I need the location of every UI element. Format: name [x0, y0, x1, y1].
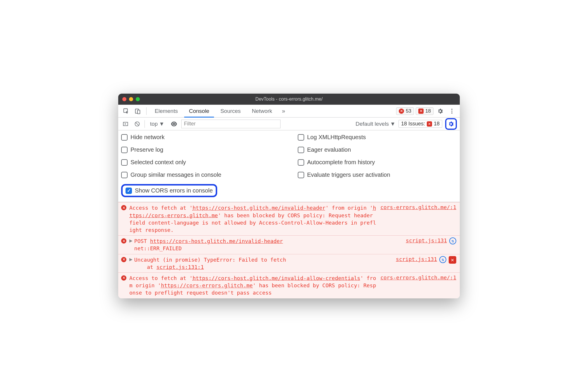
kebab-menu-icon[interactable]: [447, 106, 457, 116]
context-selector[interactable]: top ▼: [148, 120, 167, 128]
refresh-icon[interactable]: ⇅: [449, 237, 456, 244]
message-body: POST https://cors-host.glitch.me/invalid…: [134, 237, 403, 252]
checkbox-autocomplete[interactable]: Autocomplete from history: [298, 159, 457, 166]
levels-label: Default levels: [356, 121, 389, 127]
error-count: 53: [406, 108, 411, 114]
checkbox-selected-context[interactable]: Selected context only: [121, 159, 280, 166]
devtools-window: DevTools - cors-errors.glitch.me/ Elemen…: [118, 94, 460, 298]
issue-icon: ✕: [427, 121, 432, 127]
devtools-tabbar: Elements Console Sources Network » ✕ 53 …: [118, 105, 460, 118]
checkbox-label: Evaluate triggers user activation: [307, 172, 390, 178]
svg-point-5: [451, 113, 452, 114]
divider: [144, 120, 145, 128]
chevron-down-icon: ▼: [390, 121, 396, 127]
expand-arrow-icon[interactable]: ▶: [129, 256, 133, 271]
svg-point-3: [451, 109, 452, 110]
error-icon: ✕: [399, 108, 404, 114]
svg-line-8: [136, 123, 139, 125]
svg-point-9: [173, 123, 175, 125]
checkbox-label: Preserve log: [130, 146, 163, 153]
checkbox-label: Eager evaluation: [307, 146, 351, 153]
inspect-element-icon[interactable]: [121, 106, 131, 116]
toggle-sidebar-icon[interactable]: [121, 120, 130, 128]
log-levels-selector[interactable]: Default levels ▼: [356, 121, 396, 127]
checkbox-show-cors[interactable]: Show CORS errors in console: [126, 187, 213, 194]
checkbox-log-xhr[interactable]: Log XMLHttpRequests: [298, 134, 457, 141]
console-toolbar: top ▼ Filter Default levels ▼ 18 Issues:…: [118, 118, 460, 130]
more-tabs-icon[interactable]: »: [278, 106, 288, 116]
console-settings-gear-button[interactable]: [445, 118, 457, 130]
error-icon: ✕: [121, 238, 126, 244]
tab-network[interactable]: Network: [247, 105, 277, 118]
console-error-message: ✕ ▶ POST https://cors-host.glitch.me/inv…: [118, 235, 460, 254]
source-link[interactable]: script.js:131: [396, 256, 437, 262]
url-link[interactable]: https://cors-host.glitch.me/invalid-allo…: [193, 275, 360, 281]
message-body: Access to fetch at 'https://cors-host.gl…: [129, 204, 377, 234]
titlebar: DevTools - cors-errors.glitch.me/: [118, 94, 460, 105]
checkbox-hide-network[interactable]: Hide network: [121, 134, 280, 141]
svg-point-4: [451, 111, 452, 112]
console-error-message: ✕ Access to fetch at 'https://cors-host.…: [118, 272, 460, 298]
maximize-window-button[interactable]: [136, 97, 140, 101]
issues-label: 18 Issues:: [401, 121, 425, 127]
source-link[interactable]: cors-errors.glitch.me/:1: [380, 204, 456, 234]
console-output: ✕ Access to fetch at 'https://cors-host.…: [118, 202, 460, 298]
checkbox-label: Selected context only: [130, 159, 186, 166]
issue-icon[interactable]: ✕: [449, 256, 456, 264]
checkbox-label: Autocomplete from history: [307, 159, 375, 166]
window-controls: [122, 97, 140, 101]
live-expression-icon[interactable]: [170, 120, 178, 128]
filter-placeholder: Filter: [184, 121, 196, 127]
tab-elements[interactable]: Elements: [150, 105, 182, 118]
console-error-message: ✕ Access to fetch at 'https://cors-host.…: [118, 202, 460, 235]
error-icon: ✕: [121, 275, 126, 281]
toggle-device-icon[interactable]: [133, 106, 143, 116]
message-body: Uncaught (in promise) TypeError: Failed …: [134, 256, 393, 271]
checkbox-eager-eval[interactable]: Eager evaluation: [298, 146, 457, 153]
console-error-message: ✕ ▶ Uncaught (in promise) TypeError: Fai…: [118, 254, 460, 272]
settings-gear-icon[interactable]: [435, 106, 445, 116]
window-title: DevTools - cors-errors.glitch.me/: [118, 97, 460, 102]
source-link[interactable]: script.js:131:1: [156, 264, 204, 270]
checkbox-label: Show CORS errors in console: [135, 187, 213, 194]
url-link[interactable]: https://cors-host.glitch.me/invalid-head…: [150, 238, 283, 244]
error-icon: ✕: [121, 205, 126, 210]
checkbox-group-similar[interactable]: Group similar messages in console: [121, 172, 280, 178]
refresh-icon[interactable]: ⇅: [439, 256, 446, 263]
svg-rect-2: [137, 110, 140, 114]
url-link[interactable]: https://cors-host.glitch.me/invalid-head…: [193, 205, 325, 211]
issue-count: 18: [425, 108, 431, 114]
url-link[interactable]: https://cors-errors.glitch.me: [161, 282, 253, 288]
message-body: Access to fetch at 'https://cors-host.gl…: [129, 274, 377, 297]
divider: [146, 107, 147, 115]
filter-input[interactable]: Filter: [181, 120, 281, 128]
minimize-window-button[interactable]: [129, 97, 133, 101]
highlighted-setting: Show CORS errors in console: [121, 184, 217, 197]
checkbox-label: Log XMLHttpRequests: [307, 134, 366, 141]
issues-summary[interactable]: 18 Issues: ✕ 18: [398, 120, 442, 128]
error-icon: ✕: [121, 257, 126, 262]
checkbox-eval-triggers[interactable]: Evaluate triggers user activation: [298, 172, 457, 178]
error-count-badge[interactable]: ✕ 53: [396, 107, 414, 115]
context-label: top: [150, 121, 158, 127]
expand-arrow-icon[interactable]: ▶: [129, 237, 133, 252]
issues-count: 18: [434, 121, 440, 127]
tab-console[interactable]: Console: [184, 105, 214, 118]
close-window-button[interactable]: [122, 97, 126, 101]
issue-icon: ✕: [418, 108, 424, 114]
checkbox-label: Hide network: [130, 134, 165, 141]
clear-console-icon[interactable]: [133, 120, 142, 128]
source-link[interactable]: script.js:131: [406, 237, 447, 244]
tab-sources[interactable]: Sources: [216, 105, 246, 118]
chevron-down-icon: ▼: [159, 121, 164, 127]
source-link[interactable]: cors-errors.glitch.me/:1: [380, 274, 456, 297]
checkbox-preserve-log[interactable]: Preserve log: [121, 146, 280, 153]
checkbox-label: Group similar messages in console: [130, 172, 221, 178]
issue-count-badge[interactable]: ✕ 18: [416, 107, 434, 115]
console-settings-panel: Hide network Log XMLHttpRequests Preserv…: [118, 130, 460, 202]
